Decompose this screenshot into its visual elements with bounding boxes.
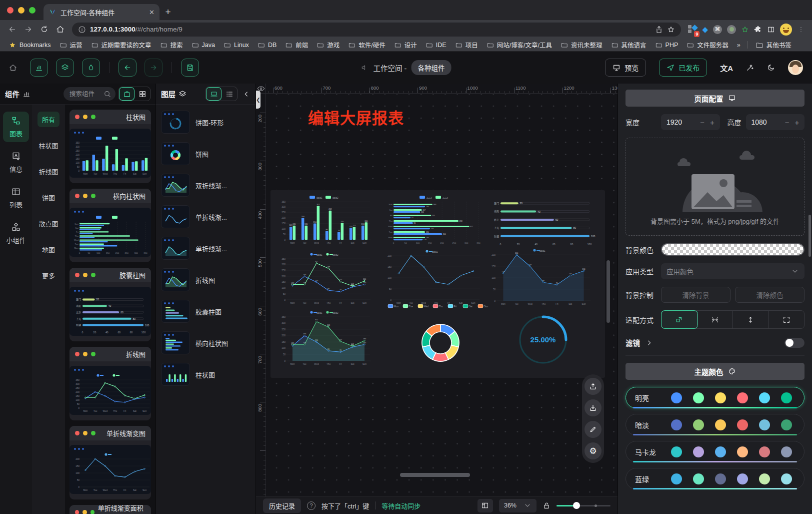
thumbnail-view-toggle[interactable] <box>206 87 222 101</box>
category-饼图[interactable]: 饼图 <box>38 190 60 205</box>
site-info-icon[interactable] <box>78 26 86 34</box>
canvas-chart-line-double[interactable]: data1data2050100150200250300350MonTueWed… <box>278 251 374 305</box>
filter-toggle[interactable] <box>784 338 804 348</box>
canvas-chart-line-single-gradient-area[interactable]: data1050100150200MonTueWedThuFriSatSun12… <box>488 247 594 306</box>
magic-wand-icon[interactable] <box>746 64 754 72</box>
bookmark-item[interactable]: 资讯未整理 <box>558 39 606 51</box>
lock-icon[interactable] <box>542 501 550 509</box>
theme-color-dot[interactable] <box>715 473 726 484</box>
dark-mode-moon-icon[interactable] <box>767 64 775 72</box>
extension-grid-icon[interactable]: 9 <box>688 25 697 34</box>
canvas-chart-capsule[interactable]: 厦门20南阳40北京60上海80新疆100020406080100 <box>490 196 598 246</box>
category-柱状图[interactable]: 柱状图 <box>34 138 62 153</box>
gem-extension-icon[interactable]: ◆ <box>702 25 708 34</box>
theme-color-dot[interactable] <box>781 473 792 484</box>
bookmarks-overflow-icon[interactable]: » <box>734 42 744 49</box>
layer-item[interactable]: 双折线渐... <box>161 174 250 197</box>
canvas-chart-line-single-gradient[interactable]: data1050100150200MonTueWedThuFriSatSun <box>384 248 482 305</box>
canvas-chart-pie-ring[interactable]: MonTueWedThuFriSatSun <box>382 302 500 376</box>
history-button[interactable]: 历史记录 <box>263 498 301 513</box>
dashboard-board[interactable]: data1data2050100150200250300350MonTueWed… <box>270 190 605 378</box>
layer-thumbnail[interactable] <box>161 331 190 354</box>
chevron-right-icon[interactable] <box>645 339 653 347</box>
layer-item[interactable]: 单折线渐... <box>161 205 250 228</box>
card-thumbnail[interactable]: 厦门20南阳40北京60上海80新疆100020406080100 <box>70 287 151 336</box>
bookmark-item[interactable]: 设计 <box>391 39 420 51</box>
browser-profile-avatar[interactable] <box>780 24 792 36</box>
theme-color-dot[interactable] <box>671 446 682 457</box>
vertical-scrollbar[interactable] <box>606 260 610 323</box>
layout-toggle-button[interactable] <box>478 499 493 512</box>
clear-color-button[interactable]: 清除颜色 <box>735 287 804 303</box>
list-view-toggle[interactable] <box>222 87 237 101</box>
details-panel-toggle-button[interactable] <box>82 59 100 77</box>
fit-full-button[interactable] <box>769 311 804 328</box>
layer-item[interactable]: 横向柱状图 <box>161 331 250 354</box>
theme-color-dot[interactable] <box>715 446 726 457</box>
theme-color-dot[interactable] <box>693 446 704 457</box>
theme-color-dot[interactable] <box>693 392 704 403</box>
fit-width-button[interactable] <box>698 311 734 328</box>
bookmark-item[interactable]: PHP <box>652 41 682 50</box>
sidepanel-icon[interactable] <box>767 26 775 34</box>
bookmark-item[interactable]: 运营 <box>56 39 86 51</box>
component-card-柱状图[interactable]: 柱状图050100150200250300350MonTueWedThuFriS… <box>70 110 151 183</box>
bookmark-star-icon[interactable] <box>667 26 675 34</box>
background-color-swatch[interactable] <box>661 243 804 256</box>
theme-color-dot[interactable] <box>781 392 792 403</box>
theme-row-马卡龙[interactable]: 马卡龙 <box>626 441 804 462</box>
layer-item[interactable]: 饼图-环形 <box>161 111 250 134</box>
new-tab-button[interactable]: + <box>160 4 176 20</box>
theme-color-dot[interactable] <box>759 392 770 403</box>
theme-color-dot[interactable] <box>671 392 682 403</box>
bookmark-item[interactable]: IDE <box>422 41 450 50</box>
layer-thumbnail[interactable] <box>161 205 190 228</box>
panel-collapse-handle[interactable]: ❮ <box>256 91 260 109</box>
zoom-slider[interactable] <box>556 502 610 509</box>
close-window-button[interactable] <box>7 7 14 14</box>
canvas-chart-bar-horizontal[interactable]: data1data2050100150200250300350MonTueWed… <box>386 194 486 245</box>
layer-thumbnail[interactable] <box>161 174 190 197</box>
single-view-toggle[interactable] <box>119 87 134 101</box>
layer-thumbnail[interactable] <box>161 237 190 260</box>
height-input[interactable]: 1080 −+ <box>746 114 805 130</box>
page-config-header[interactable]: 页面配置 <box>626 90 804 107</box>
component-card-单折线渐变面积图[interactable]: 单折线渐变面积图050100150200MonTueWedThuFriSatSu… <box>70 505 151 514</box>
grid-view-toggle[interactable] <box>134 87 150 101</box>
category-散点图[interactable]: 散点图 <box>34 216 62 231</box>
theme-row-暗淡[interactable]: 暗淡 <box>626 414 804 435</box>
command-extension-icon[interactable]: ⌘ <box>713 25 722 34</box>
card-thumbnail[interactable]: 050100150200MonTueWedThuFriSatSun <box>70 445 151 494</box>
extensions-puzzle-icon[interactable] <box>754 26 762 34</box>
component-card-横向柱状图[interactable]: 横向柱状图050100150200250300350MonTueWedThuFr… <box>70 189 151 262</box>
width-decrement[interactable]: − <box>700 118 704 127</box>
category-所有[interactable]: 所有 <box>38 112 60 127</box>
layers-panel-toggle-button[interactable] <box>56 59 74 77</box>
canvas-chart-progress[interactable]: 25.00% <box>490 305 596 374</box>
bookmark-item[interactable]: DB <box>254 41 280 50</box>
theme-color-dot[interactable] <box>759 446 770 457</box>
import-button[interactable] <box>584 399 602 416</box>
reload-icon[interactable] <box>37 23 51 37</box>
green-star-extension-icon[interactable] <box>741 26 749 34</box>
fit-scale-button[interactable] <box>662 311 698 328</box>
bookmark-item[interactable]: Java <box>188 41 218 50</box>
theme-color-dot[interactable] <box>759 473 770 484</box>
bookmark-item[interactable]: 其他语言 <box>608 39 650 51</box>
theme-color-dot[interactable] <box>781 419 792 430</box>
bookmark-item[interactable]: 游戏 <box>314 39 343 51</box>
theme-color-dot[interactable] <box>715 392 726 403</box>
layer-thumbnail[interactable] <box>161 300 190 323</box>
component-card-胶囊柱图[interactable]: 胶囊柱图厦门20南阳40北京60上海80新疆100020406080100 <box>70 268 151 341</box>
layer-item[interactable]: 单折线渐... <box>161 237 250 260</box>
theme-color-dot[interactable] <box>781 446 792 457</box>
browser-tab[interactable]: 工作空间-各种组件 ✕ <box>44 4 160 20</box>
category-更多[interactable]: 更多 <box>38 268 60 283</box>
layer-thumbnail[interactable] <box>161 268 190 291</box>
layer-thumbnail[interactable] <box>161 363 190 386</box>
bookmarks-manager[interactable]: Bookmarks <box>5 40 54 50</box>
minimize-window-button[interactable] <box>18 7 24 14</box>
background-upload-dropzone[interactable]: 背景图需小于 5M，格式为 png/jpg/gif 的文件 <box>626 138 804 236</box>
theme-color-dot[interactable] <box>671 473 682 484</box>
bookmark-item[interactable]: 搜索 <box>157 39 186 51</box>
